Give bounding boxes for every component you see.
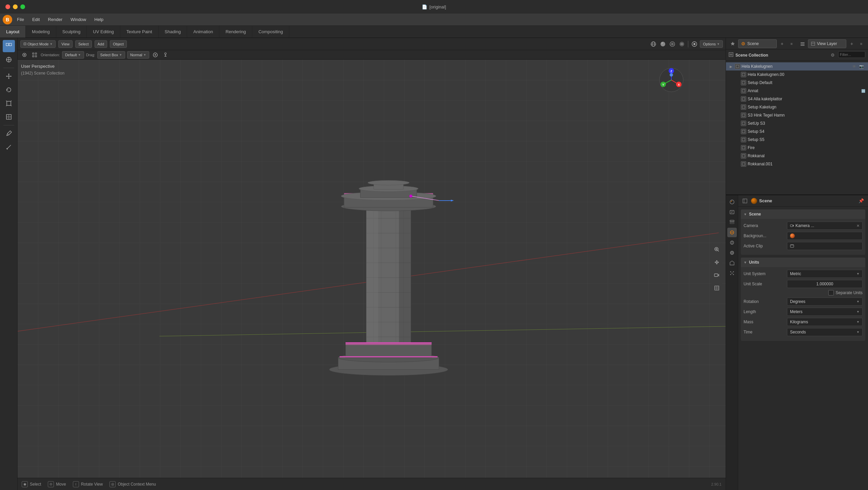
zoom-in-button[interactable] — [711, 244, 722, 255]
units-section-header[interactable]: ▼ Units — [741, 258, 865, 267]
maximize-window-button[interactable] — [20, 4, 25, 9]
menu-file[interactable]: File — [14, 16, 27, 23]
props-display-icon[interactable] — [741, 197, 749, 205]
expand-arrow-1[interactable]: ▶ — [735, 72, 739, 77]
view-menu-button[interactable]: View — [58, 40, 73, 48]
scene-selector-icon[interactable] — [729, 40, 737, 48]
tab-modeling[interactable]: Modeling — [26, 26, 56, 38]
viewport-canvas[interactable]: User Perspective (1942) Scene Collection… — [18, 60, 726, 478]
scene-add-button[interactable]: + — [778, 40, 786, 48]
unit-scale-value[interactable]: 1.000000 — [787, 280, 863, 288]
scene-section-header[interactable]: ▼ Scene — [741, 209, 865, 219]
scene-settings-button[interactable]: ≡ — [788, 40, 796, 48]
props-particles-icon[interactable] — [727, 268, 737, 278]
props-output-icon[interactable] — [727, 207, 737, 217]
outliner-item-10[interactable]: ▶ Fire — [726, 144, 868, 152]
ortho-view-button[interactable] — [711, 283, 722, 293]
viewlayer-add-button[interactable]: + — [848, 40, 856, 48]
background-value[interactable] — [787, 232, 863, 240]
add-menu-button[interactable]: Add — [95, 40, 107, 48]
minimize-window-button[interactable] — [13, 4, 18, 9]
outliner-item-11[interactable]: ▶ Rokkanal — [726, 152, 868, 160]
props-scene-icon[interactable] — [727, 228, 737, 237]
outliner-item-12[interactable]: ▶ Rokkanal.001 — [726, 160, 868, 168]
expand-arrow-0[interactable]: ▶ — [729, 64, 733, 69]
snapping-icon[interactable] — [161, 51, 170, 59]
tab-rendering[interactable]: Rendering — [219, 26, 252, 38]
measure-tool-button[interactable] — [3, 141, 15, 153]
viewlayer-selector-button[interactable]: View Layer — [808, 39, 847, 48]
outliner-item-3[interactable]: ▶ Annat 🔢 — [726, 87, 868, 95]
scene-selector-button[interactable]: Scene — [738, 39, 777, 48]
tab-compositing[interactable]: Compositing — [252, 26, 289, 38]
outliner-search-input[interactable] — [838, 51, 865, 58]
tab-shading[interactable]: Shading — [159, 26, 188, 38]
navigation-gizmo[interactable]: Z X Y — [658, 66, 685, 94]
outliner-item-2[interactable]: ▶ Setup Default — [726, 79, 868, 87]
viewport-shading-rendered[interactable] — [678, 40, 686, 48]
camera-remove-button[interactable]: ✕ — [856, 224, 860, 228]
object-menu-button[interactable]: Object — [110, 40, 127, 48]
menu-edit[interactable]: Edit — [29, 16, 43, 23]
render-icon-0[interactable]: 📷 — [859, 64, 864, 69]
separate-units-checkbox[interactable] — [828, 290, 834, 295]
tab-uv-editing[interactable]: UV Editing — [87, 26, 120, 38]
options-button[interactable]: Options ▼ — [700, 40, 723, 48]
overlay-toggle[interactable] — [690, 40, 698, 48]
outliner-item-4[interactable]: ▶ S4 Alla kakelplattor — [726, 95, 868, 103]
menu-help[interactable]: Help — [91, 16, 107, 23]
camera-view-button[interactable] — [711, 270, 722, 281]
tab-texture-paint[interactable]: Texture Paint — [120, 26, 159, 38]
rotate-tool-button[interactable] — [3, 84, 15, 96]
viewlayer-settings-button[interactable]: ≡ — [857, 40, 865, 48]
outliner-item-0[interactable]: ▶ Hela Kakelugnen 👁 📷 — [726, 62, 868, 70]
active-clip-value[interactable] — [787, 242, 863, 250]
select-tool-button[interactable] — [3, 40, 15, 52]
grid-snap-icon[interactable] — [31, 51, 39, 59]
tab-layout[interactable]: Layout — [0, 26, 26, 38]
outliner-item-7[interactable]: ▶ SetUp S3 — [726, 119, 868, 127]
mass-dropdown[interactable]: Kilograms ▼ — [787, 318, 863, 326]
length-dropdown[interactable]: Meters ▼ — [787, 308, 863, 316]
props-pin-button[interactable]: 📌 — [857, 197, 865, 205]
outliner-item-5[interactable]: ▶ Setup Kakelugn — [726, 103, 868, 111]
proportional-edit-icon[interactable] — [151, 51, 159, 59]
viewport-shading-wireframe[interactable] — [649, 40, 657, 48]
props-view-layer-icon[interactable] — [727, 218, 737, 227]
transform-tool-button[interactable] — [3, 111, 15, 123]
select-menu-button[interactable]: Select — [75, 40, 92, 48]
scale-tool-button[interactable] — [3, 97, 15, 109]
tab-animation[interactable]: Animation — [187, 26, 219, 38]
time-dropdown[interactable]: Seconds ▼ — [787, 328, 863, 336]
menu-render[interactable]: Render — [44, 16, 66, 23]
snap-icon[interactable] — [20, 51, 28, 59]
outliner-item-8[interactable]: ▶ Setup S4 — [726, 127, 868, 136]
props-modifier-icon[interactable] — [727, 258, 737, 268]
outliner-item-6[interactable]: ▶ S3 Hink Tegel Hamn — [726, 111, 868, 119]
pan-view-button[interactable] — [711, 257, 722, 268]
normal-button[interactable]: Normal ▼ — [127, 51, 149, 59]
close-window-button[interactable] — [5, 4, 10, 9]
tab-sculpting[interactable]: Sculpting — [56, 26, 87, 38]
move-tool-button[interactable] — [3, 70, 15, 82]
menu-window[interactable]: Window — [67, 16, 90, 23]
outliner-item-9[interactable]: ▶ Setup S5 — [726, 136, 868, 144]
svg-rect-112 — [742, 163, 745, 165]
props-render-icon[interactable] — [727, 197, 737, 207]
viewport-shading-material[interactable] — [668, 40, 676, 48]
camera-value[interactable]: Kamera ... ✕ — [787, 222, 863, 230]
viewlayer-selector-icon[interactable] — [798, 40, 807, 48]
visibility-icon-0[interactable]: 👁 — [852, 64, 858, 68]
rotation-dropdown[interactable]: Degrees ▼ — [787, 298, 863, 306]
unit-system-dropdown[interactable]: Metric ▼ — [787, 270, 863, 278]
drag-button[interactable]: Select Box ▼ — [97, 51, 125, 59]
outliner-filter-button[interactable]: ⚙ — [829, 51, 837, 59]
viewport-shading-solid[interactable] — [659, 40, 667, 48]
annotate-tool-button[interactable] — [3, 127, 15, 140]
cursor-tool-button[interactable] — [3, 54, 15, 66]
orientation-button[interactable]: Default ▼ — [62, 51, 84, 59]
props-object-icon[interactable] — [727, 248, 737, 258]
outliner-item-1[interactable]: ▶ Hela Kakelugnen.00 — [726, 70, 868, 79]
props-world-icon[interactable] — [727, 238, 737, 247]
viewport-mode-button[interactable]: ⊡ Object Mode ▼ — [20, 40, 56, 48]
